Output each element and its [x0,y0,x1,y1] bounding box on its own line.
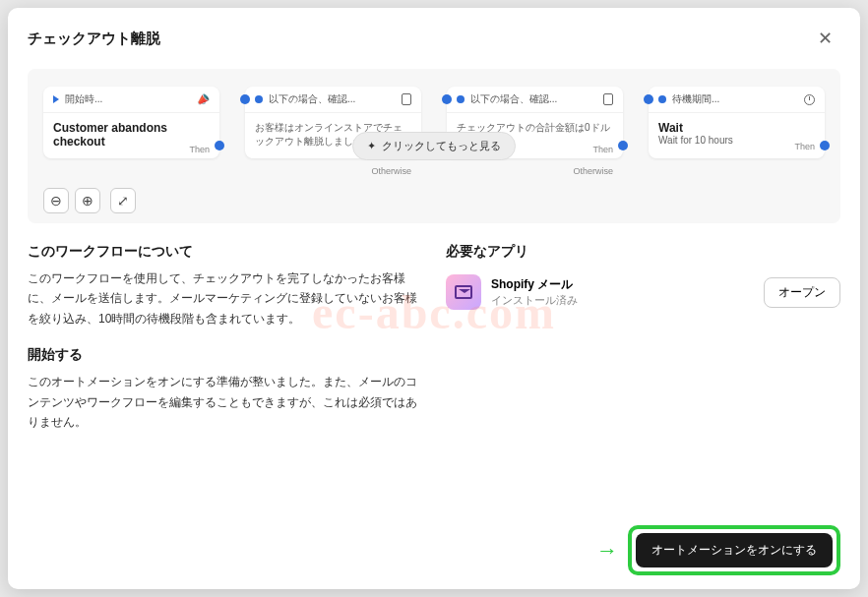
then-label: Then [189,145,210,154]
workflow-node-trigger[interactable]: 開始時... 📣 Customer abandons checkout Then [43,87,219,158]
connector-dot-icon [820,141,830,150]
highlight-annotation: オートメーションをオンにする [628,525,840,575]
zoom-in-button[interactable]: ⊕ [75,188,100,213]
then-label: Then [794,142,815,151]
about-column: このワークフローについて このワークフローを使用して、チェックアウトを完了しなか… [28,243,422,449]
otherwise-label: Otherwise [245,166,421,176]
otherwise-label: Otherwise [447,166,623,176]
turn-on-automation-button[interactable]: オートメーションをオンにする [636,533,833,567]
node-body: Customer abandons checkout Then [43,113,219,158]
dot-icon [658,95,666,103]
connector-dot-icon [644,94,653,104]
clipboard-icon [402,93,411,105]
node-header: 開始時... 📣 [43,87,219,113]
node-header-label: 以下の場合、確認... [269,92,355,106]
click-more-pill[interactable]: ✦ クリックしてもっと見る [352,132,516,160]
app-icon [446,274,481,310]
node-header: 以下の場合、確認... [245,87,421,113]
start-title: 開始する [28,346,422,364]
mail-icon [455,285,472,299]
apps-column: 必要なアプリ Shopify メール インストール済み オープン [446,243,840,449]
modal-footer: → オートメーションをオンにする [8,511,860,589]
connector-dot-icon [215,141,224,150]
apps-title: 必要なアプリ [446,243,840,261]
node-body: Wait Wait for 10 hours Then [649,113,825,155]
about-title: このワークフローについて [28,243,422,261]
node-header: 待機期間... [649,87,825,113]
node-desc: Wait for 10 hours [658,135,815,146]
cursor-icon: ✦ [367,140,376,152]
node-title: Customer abandons checkout [53,121,210,149]
connector-dot-icon [618,141,628,150]
dot-icon [457,95,465,103]
node-title: Wait [658,121,815,135]
click-more-label: クリックしてもっと見る [382,139,501,153]
open-app-button[interactable]: オープン [764,277,840,308]
clipboard-icon [603,93,613,105]
modal-body: 開始時... 📣 Customer abandons checkout Then [8,65,860,511]
canvas-controls: ⊖ ⊕ ⤢ [43,188,825,213]
app-status: インストール済み [491,293,578,308]
node-header: 以下の場合、確認... [447,87,623,113]
workflow-node-wait[interactable]: 待機期間... Wait Wait for 10 hours Then [649,87,825,158]
close-button[interactable]: ✕ [810,24,840,53]
fit-button[interactable]: ⤢ [110,188,136,213]
dot-icon [255,95,263,103]
clock-icon [804,94,815,105]
node-header-label: 以下の場合、確認... [470,92,557,106]
megaphone-icon: 📣 [194,90,212,107]
connector-dot-icon [240,94,250,104]
node-header-label: 開始時... [65,92,102,106]
modal-header: チェックアウト離脱 ✕ [8,8,860,65]
app-row: Shopify メール インストール済み オープン [446,269,840,316]
otherwise-row: Otherwise Otherwise [43,166,825,176]
content-sections: このワークフローについて このワークフローを使用して、チェックアウトを完了しなか… [28,243,840,449]
arrow-hint-icon: → [596,538,618,564]
start-text: このオートメーションをオンにする準備が整いました。また、メールのコンテンツやワー… [28,372,422,432]
zoom-out-button[interactable]: ⊖ [43,188,69,213]
node-header-label: 待機期間... [672,92,719,106]
modal: チェックアウト離脱 ✕ 開始時... 📣 Customer abandons c… [8,8,860,589]
then-label: Then [592,145,613,154]
workflow-canvas[interactable]: 開始時... 📣 Customer abandons checkout Then [28,69,840,223]
app-name: Shopify メール [491,276,578,293]
modal-title: チェックアウト離脱 [28,30,160,48]
about-text: このワークフローを使用して、チェックアウトを完了しなかったお客様に、メールを送信… [28,269,422,328]
connector-dot-icon [442,94,452,104]
play-icon [53,95,59,103]
